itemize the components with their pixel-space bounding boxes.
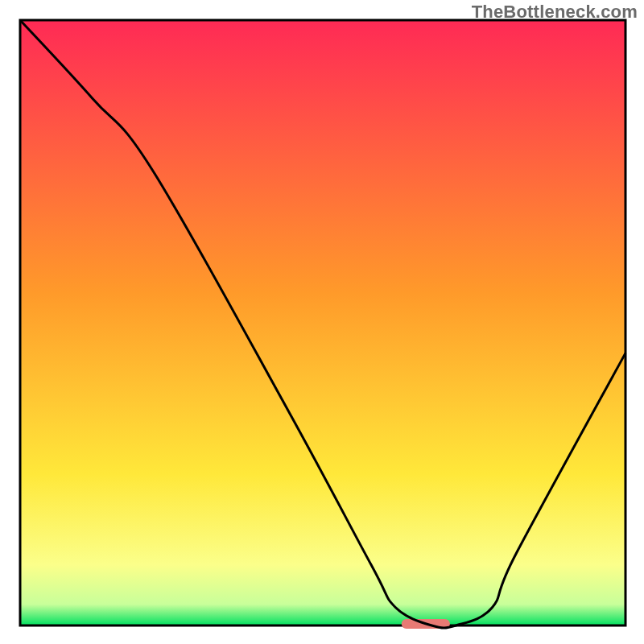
brand-label: TheBottleneck.com: [472, 2, 638, 23]
chart-container: TheBottleneck.com: [0, 0, 644, 644]
plot-background: [20, 20, 625, 625]
bottleneck-chart: [0, 0, 644, 644]
